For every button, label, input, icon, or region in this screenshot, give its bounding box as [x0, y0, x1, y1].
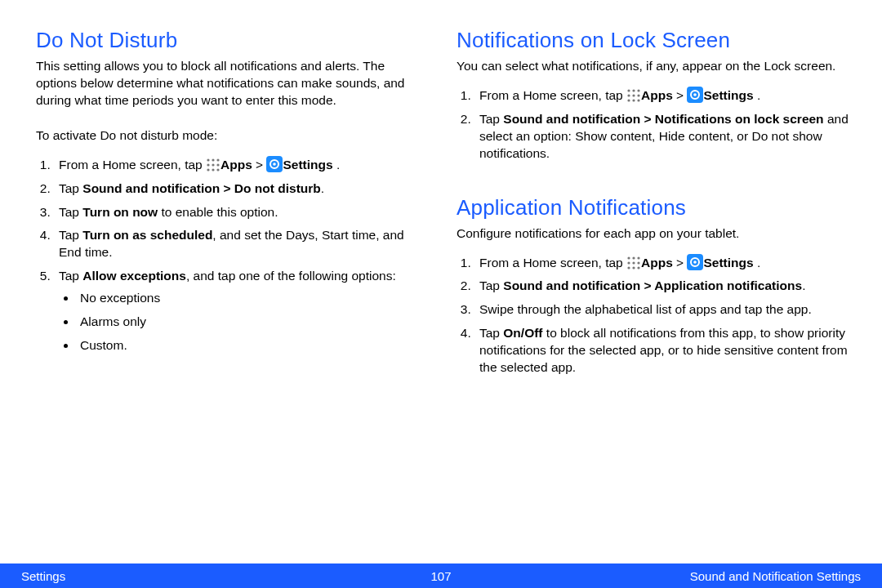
text-fragment: Tap: [59, 269, 82, 283]
apps-label: Apps: [641, 256, 673, 270]
appnotif-steps: From a Home screen, tap Apps > Settings …: [457, 254, 849, 377]
svg-point-28: [632, 261, 635, 264]
svg-point-25: [632, 256, 635, 259]
dnd-activate-intro: To activate Do not disturb mode:: [36, 127, 429, 145]
dnd-option-none: No exceptions: [77, 290, 429, 307]
text-fragment: >: [673, 88, 688, 102]
svg-point-20: [637, 99, 639, 101]
lock-steps: From a Home screen, tap Apps > Settings …: [457, 87, 849, 163]
svg-point-13: [632, 89, 635, 91]
svg-point-15: [627, 94, 630, 96]
svg-point-23: [694, 93, 697, 96]
lock-step-1: From a Home screen, tap Apps > Settings …: [474, 87, 849, 105]
dnd-steps: From a Home screen, tap Apps > Settings …: [36, 156, 429, 354]
settings-gear-icon: [687, 254, 703, 270]
text-fragment: From a Home screen, tap: [479, 256, 626, 270]
lock-step-2: Tap Sound and notification > Notificatio…: [474, 111, 849, 163]
svg-point-32: [637, 266, 639, 269]
page-content: Do Not Disturb This setting allows you t…: [0, 0, 882, 564]
svg-point-24: [627, 256, 630, 259]
svg-point-11: [274, 163, 277, 166]
apps-grid-icon: [626, 256, 641, 270]
text-fragment: Tap: [479, 278, 503, 292]
apps-label: Apps: [641, 88, 673, 102]
svg-point-2: [216, 158, 219, 161]
settings-label: Settings: [703, 88, 753, 102]
appnotif-intro: Configure notifications for each app on …: [457, 225, 849, 243]
text-fragment: Tap: [59, 228, 82, 242]
svg-point-0: [207, 158, 209, 161]
bold-action: Turn on now: [82, 205, 158, 219]
appnotif-step-4: Tap On/Off to block all notifications fr…: [474, 325, 849, 376]
settings-label: Settings: [283, 158, 332, 172]
text-fragment: Tap: [59, 205, 82, 219]
svg-point-5: [216, 163, 219, 166]
svg-point-4: [212, 163, 214, 166]
bold-path: Sound and notification > Application not…: [503, 278, 802, 292]
svg-point-27: [627, 261, 630, 264]
settings-gear-icon: [687, 87, 703, 103]
appnotif-heading: Application Notifications: [457, 195, 849, 220]
appnotif-step-1: From a Home screen, tap Apps > Settings …: [474, 254, 849, 272]
footer-left: Settings: [21, 569, 65, 583]
page-footer: Settings 107 Sound and Notification Sett…: [0, 564, 882, 588]
svg-point-6: [207, 168, 209, 171]
dnd-option-custom: Custom.: [77, 337, 429, 354]
apps-label: Apps: [220, 158, 252, 172]
text-fragment: to enable this option.: [158, 205, 278, 219]
right-column: Notifications on Lock Screen You can sel…: [457, 28, 849, 555]
lock-heading: Notifications on Lock Screen: [457, 28, 849, 53]
bold-action: Allow exceptions: [82, 269, 186, 283]
svg-point-19: [632, 99, 635, 101]
svg-point-1: [212, 158, 214, 161]
text-fragment: >: [252, 158, 267, 172]
settings-gear-icon: [266, 156, 283, 172]
svg-point-16: [632, 94, 635, 96]
dnd-step-5: Tap Allow exceptions, and tap one of the…: [54, 268, 429, 354]
text-fragment: .: [802, 278, 805, 292]
footer-page-number: 107: [430, 569, 451, 583]
bold-action: On/Off: [503, 326, 542, 340]
svg-point-31: [632, 266, 635, 269]
text-fragment: .: [754, 88, 761, 102]
text-fragment: .: [333, 158, 341, 172]
bold-path: Sound and notification > Notifications o…: [503, 112, 823, 126]
text-fragment: From a Home screen, tap: [59, 158, 206, 172]
dnd-intro: This setting allows you to block all not…: [36, 58, 429, 109]
svg-point-30: [627, 266, 630, 269]
svg-point-26: [637, 256, 639, 259]
svg-point-8: [216, 168, 219, 171]
appnotif-step-2: Tap Sound and notification > Application…: [474, 278, 849, 295]
text-fragment: Tap: [59, 181, 82, 195]
svg-point-35: [694, 261, 697, 264]
text-fragment: Tap: [479, 112, 503, 126]
svg-point-12: [627, 89, 630, 91]
apps-grid-icon: [206, 158, 220, 172]
svg-point-17: [637, 94, 639, 96]
bold-action: Turn on as scheduled: [82, 228, 212, 242]
text-fragment: >: [673, 256, 688, 270]
svg-point-29: [637, 261, 639, 264]
svg-point-14: [637, 89, 639, 91]
text-fragment: Tap: [479, 326, 503, 340]
dnd-step-2: Tap Sound and notification > Do not dist…: [54, 180, 429, 198]
bold-path: Sound and notification > Do not disturb: [82, 181, 320, 195]
settings-label: Settings: [703, 256, 753, 270]
apps-grid-icon: [626, 88, 641, 103]
dnd-step-3: Tap Turn on now to enable this option.: [54, 204, 429, 221]
dnd-heading: Do Not Disturb: [36, 28, 429, 53]
text-fragment: .: [754, 256, 761, 270]
dnd-option-alarms: Alarms only: [77, 314, 429, 331]
left-column: Do Not Disturb This setting allows you t…: [36, 28, 429, 555]
lock-intro: You can select what notifications, if an…: [457, 58, 849, 75]
svg-point-3: [207, 163, 209, 166]
text-fragment: .: [321, 181, 324, 195]
svg-point-18: [627, 99, 630, 101]
footer-right: Sound and Notification Settings: [690, 569, 861, 583]
dnd-exception-options: No exceptions Alarms only Custom.: [59, 290, 429, 354]
dnd-step-1: From a Home screen, tap Apps > Settings …: [54, 156, 429, 174]
text-fragment: From a Home screen, tap: [479, 88, 626, 102]
dnd-step-4: Tap Turn on as scheduled, and set the Da…: [54, 227, 429, 261]
appnotif-step-3: Swipe through the alphabetical list of a…: [474, 301, 849, 318]
svg-point-7: [212, 168, 214, 171]
